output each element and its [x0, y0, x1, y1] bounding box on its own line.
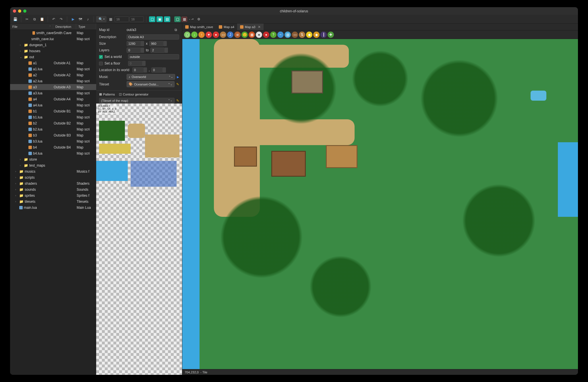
obstacles-toggle-button[interactable]: ▦ [181, 17, 187, 22]
tree-row[interactable]: ›📁musicsMusics f [10, 168, 96, 174]
stream-icon[interactable]: ▧ [285, 32, 291, 38]
enemy-icon[interactable]: ☠ [234, 32, 241, 38]
minimize-window-button[interactable] [18, 9, 21, 13]
crystal-block-icon[interactable]: ◆ [313, 32, 320, 38]
location-y-input[interactable] [151, 67, 163, 73]
tree-row[interactable]: a3Outside A3Map [10, 84, 96, 90]
expand-chevron-icon[interactable]: › [15, 194, 18, 197]
settings-button[interactable]: ⚙ [195, 16, 202, 22]
tree-row[interactable]: b2.luaMap scri [10, 126, 96, 132]
tree-row[interactable]: ›📁test_maps [10, 162, 96, 168]
tree-row[interactable]: a2Outside A2Map [10, 72, 96, 78]
expand-chevron-icon[interactable]: › [15, 188, 18, 191]
tileset-combo[interactable]: 🎨 Oceanset-Outsi...⌃⌄ [127, 81, 175, 87]
jumper-icon[interactable]: J [227, 32, 233, 38]
tree-row[interactable]: a4.luaMap scri [10, 102, 96, 108]
arrow-down-icon[interactable]: ↓ [191, 32, 198, 38]
tree-row[interactable]: a4Outside A4Map [10, 96, 96, 102]
tree-row[interactable]: ›📁spritesSprites f [10, 192, 96, 198]
tree-row[interactable]: ›📁store [10, 156, 96, 162]
destination-icon[interactable]: ▢ [184, 32, 190, 38]
show-entities-button[interactable]: ▢ [174, 16, 181, 22]
tab-patterns[interactable]: ▦ Patterns [99, 92, 115, 96]
tree-row[interactable]: ›📁shadersShaders [10, 180, 96, 186]
switch-icon[interactable]: ● [256, 32, 262, 38]
undo-button[interactable]: ↶ [50, 16, 57, 22]
set-floor-checkbox[interactable] [99, 62, 103, 65]
expand-chevron-icon[interactable]: › [20, 44, 23, 46]
music-play-button[interactable]: ▶ [177, 75, 179, 79]
tree-row[interactable]: b3Outside B3Map [10, 132, 96, 138]
tree-row[interactable]: b2Outside B2Map [10, 120, 96, 126]
tree-row[interactable]: a3.luaMap scri [10, 90, 96, 96]
col-description[interactable]: Description [53, 24, 76, 30]
tree-row[interactable]: ›📁houses [10, 48, 96, 54]
sensor-icon[interactable]: ● [263, 32, 269, 38]
layer-2-button[interactable]: ▤ [164, 16, 170, 22]
copy-button[interactable]: ⧉ [31, 16, 38, 22]
maximize-window-button[interactable] [23, 9, 26, 13]
layers-from-input[interactable] [127, 48, 141, 53]
set-world-checkbox[interactable]: ✓ [99, 55, 103, 59]
tree-row[interactable]: smith_caveSmith CaveMap [10, 30, 96, 36]
layers-to-input[interactable] [150, 48, 165, 53]
paste-button[interactable]: 📋 [38, 16, 45, 22]
redo-button[interactable]: ↷ [58, 16, 65, 22]
crystal-icon[interactable]: ◆ [306, 32, 312, 38]
col-file[interactable]: Fileˆ [10, 24, 53, 30]
description-input[interactable] [127, 34, 179, 40]
world-input[interactable] [128, 54, 179, 59]
expand-chevron-icon[interactable]: › [20, 50, 23, 52]
editor-tab[interactable]: Map smith_cave [182, 24, 216, 30]
npc-icon[interactable]: 🙂 [241, 32, 248, 38]
tree-row[interactable]: ›📁scripts [10, 174, 96, 180]
tree-row[interactable]: b3.luaMap scri [10, 138, 96, 144]
save-button[interactable]: 💾 [12, 16, 19, 22]
col-type[interactable]: Type [76, 24, 96, 30]
layer-1-button[interactable]: ▣ [156, 16, 163, 22]
music-toggle-button[interactable]: ♪ [84, 16, 91, 22]
grid-height-input[interactable]: 16 [129, 16, 144, 22]
size-height-input[interactable] [149, 41, 164, 46]
map-canvas[interactable] [182, 39, 392, 255]
tree-row[interactable]: main.luaMain Lua [10, 204, 96, 211]
separator-icon[interactable]: ┃ [320, 32, 327, 38]
expand-chevron-icon[interactable]: ⌄ [20, 56, 23, 59]
close-window-button[interactable] [13, 9, 16, 13]
pattern-tileset-combo[interactable]: (Tileset of the map)⌃⌄ [99, 98, 175, 104]
expand-chevron-icon[interactable]: › [20, 158, 23, 161]
expand-chevron-icon[interactable]: › [20, 164, 23, 167]
tree-row[interactable]: b4.luaMap scri [10, 150, 96, 156]
expand-chevron-icon[interactable]: › [15, 182, 18, 185]
expand-chevron-icon[interactable]: › [15, 176, 18, 179]
editor-tab[interactable]: Map a3✕ [237, 24, 264, 30]
tree-row[interactable]: smith_cave.luaMap scri [10, 36, 96, 42]
dynamic-tile-icon[interactable]: ~ [277, 32, 284, 38]
stairs-icon[interactable]: ⇅ [299, 32, 305, 38]
wall-icon[interactable]: ✚ [328, 32, 334, 38]
search-dropdown[interactable]: 🔍▾ [96, 16, 107, 22]
custom-icon[interactable]: ? [270, 32, 276, 38]
tree-row[interactable]: ⌄📁out [10, 54, 96, 60]
block-icon[interactable]: ▦ [249, 32, 255, 38]
play-button[interactable]: ▶ [69, 16, 76, 22]
close-tab-button[interactable]: ✕ [258, 25, 261, 29]
pattern-tileset-edit-button[interactable]: ✎ [176, 99, 179, 103]
tileset-preview[interactable]: OCEANSET CC-BY-SA 4.0 BY MAX MRAZ [96, 104, 182, 255]
expand-chevron-icon[interactable]: › [15, 200, 18, 203]
door-icon[interactable]: ▭ [292, 32, 298, 38]
pickable-icon[interactable]: ♥ [206, 32, 212, 38]
tree-row[interactable]: ›📁tilesetsTilesets [10, 198, 96, 204]
tree-row[interactable]: b1Outside B1Map [10, 108, 96, 114]
tree-row[interactable]: a1.luaMap scri [10, 66, 96, 72]
tree-row[interactable]: b1.luaMap scri [10, 114, 96, 120]
tree-row[interactable]: b4Outside B4Map [10, 144, 96, 150]
size-width-input[interactable] [127, 41, 141, 46]
tree-row[interactable]: ›📁dungeon_1 [10, 42, 96, 48]
editor-tab[interactable]: Map a4 [216, 24, 237, 30]
cut-button[interactable]: ✂ [24, 16, 30, 22]
tree-row[interactable]: a1Outside A1Map [10, 60, 96, 66]
run-map-button[interactable]: 🗺 [77, 16, 84, 22]
grid-width-input[interactable]: 16 [115, 16, 129, 22]
file-tree[interactable]: smith_caveSmith CaveMapsmith_cave.luaMap… [10, 30, 96, 255]
